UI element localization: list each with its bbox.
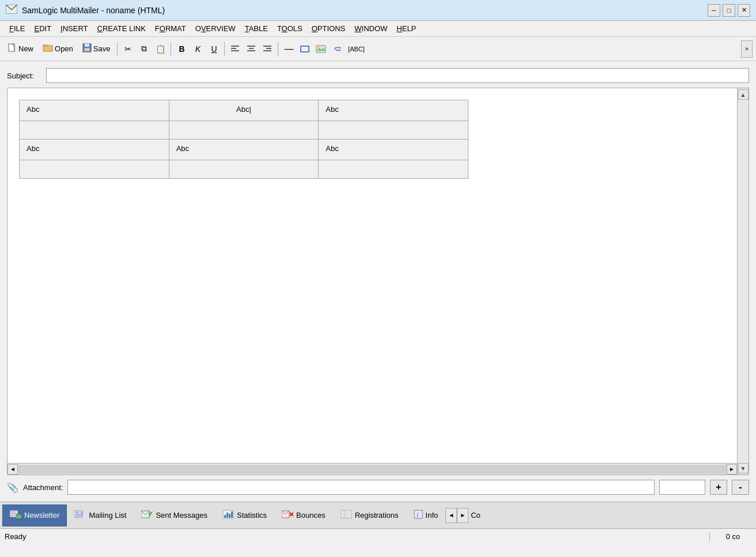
scroll-down-button[interactable]: ▼	[738, 463, 749, 473]
close-button[interactable]: ✕	[738, 4, 750, 17]
vertical-scrollbar[interactable]: ▲ ▼	[737, 88, 749, 475]
attachment-icon: 📎	[7, 482, 18, 493]
newsletter-icon	[10, 510, 21, 521]
menu-edit[interactable]: EDIT	[29, 22, 56, 35]
svg-rect-34	[229, 514, 230, 518]
subject-row: Subject:	[7, 68, 749, 83]
table-row: Abc Abc| Abc	[20, 100, 468, 121]
menu-help[interactable]: HELP	[392, 22, 421, 35]
tab-registrations-label: Registrations	[355, 511, 399, 520]
tab-statistics[interactable]: Statistics	[215, 505, 274, 526]
menu-format[interactable]: FORMAT	[150, 22, 191, 35]
menu-window[interactable]: WINDOW	[350, 22, 392, 35]
table-cell[interactable]: Abc	[20, 100, 169, 121]
svg-rect-23	[11, 515, 14, 516]
tab-mailing-list[interactable]: Mailing List	[67, 505, 134, 526]
tab-nav-forward[interactable]: ►	[457, 508, 468, 523]
bold-button[interactable]: B	[174, 42, 189, 57]
open-button[interactable]: Open	[39, 40, 77, 58]
table-cell[interactable]	[20, 160, 169, 179]
tab-bounces[interactable]: Bounces	[274, 505, 333, 526]
tab-nav-back[interactable]: ◄	[445, 508, 457, 523]
hrule-button[interactable]: —	[281, 42, 296, 57]
horizontal-scrollbar[interactable]: ◄ ►	[7, 463, 737, 475]
link-button[interactable]	[330, 42, 345, 57]
underline-button[interactable]: U	[206, 42, 221, 57]
table-cell[interactable]: Abc	[169, 140, 319, 160]
bounces-icon	[282, 510, 293, 521]
main-content: Subject: Abc Abc| Abc Abc Abc Ab	[0, 61, 756, 502]
align-left-button[interactable]	[228, 42, 243, 57]
attachment-remove-button[interactable]: -	[732, 480, 749, 495]
svg-rect-28	[75, 515, 78, 517]
editor-body[interactable]: Abc Abc| Abc Abc Abc Abc	[7, 88, 737, 463]
toolbar: New Open Save ✂ ⧉ 📋 B K U — [ABC]	[0, 37, 756, 61]
separator-4	[278, 42, 278, 56]
tab-mailing-list-label: Mailing List	[89, 511, 126, 520]
image-button[interactable]	[313, 42, 328, 57]
table-row	[20, 121, 468, 140]
menu-insert[interactable]: INSERT	[56, 22, 92, 35]
menu-table[interactable]: TABLE	[240, 22, 273, 35]
paste-button[interactable]: 📋	[153, 42, 168, 57]
save-icon	[82, 43, 92, 54]
svg-rect-22	[11, 513, 17, 514]
toolbar-expand-button[interactable]: »	[741, 40, 753, 58]
table-cell[interactable]: Abc	[319, 140, 468, 160]
open-icon	[43, 44, 53, 54]
italic-button[interactable]: K	[190, 42, 205, 57]
svg-text:i: i	[417, 511, 418, 519]
statistics-icon	[222, 510, 234, 521]
menu-options[interactable]: OPTIONS	[307, 22, 350, 35]
align-center-button[interactable]	[244, 42, 259, 57]
menu-bar: FILE EDIT INSERT CREATE LINK FORMAT OVER…	[0, 21, 756, 37]
svg-rect-32	[224, 515, 226, 518]
separator-3	[224, 42, 225, 56]
tab-info[interactable]: i Info	[406, 505, 446, 526]
align-right-button[interactable]	[260, 42, 275, 57]
new-label: New	[18, 44, 33, 53]
save-button[interactable]: Save	[78, 40, 115, 58]
separator-1	[117, 42, 118, 56]
maximize-button[interactable]: □	[723, 4, 735, 17]
tab-sent-messages[interactable]: Sent Messages	[134, 505, 215, 526]
cut-button[interactable]: ✂	[120, 42, 135, 57]
table-cell[interactable]	[319, 121, 468, 140]
tab-newsletter[interactable]: Newsletter	[2, 505, 67, 526]
scroll-track-horizontal[interactable]	[18, 465, 727, 474]
subject-label: Subject:	[7, 71, 41, 80]
svg-rect-4	[43, 45, 47, 46]
menu-create-link[interactable]: CREATE LINK	[93, 22, 150, 35]
scroll-right-button[interactable]: ►	[727, 464, 737, 475]
table-cell[interactable]: Abc|	[169, 100, 319, 121]
svg-rect-3	[43, 46, 52, 51]
tab-newsletter-label: Newsletter	[24, 511, 59, 520]
menu-file[interactable]: FILE	[5, 22, 29, 35]
new-button[interactable]: New	[3, 40, 37, 58]
table-cell[interactable]: Abc	[319, 100, 468, 121]
table-cell[interactable]	[169, 160, 319, 179]
subject-input[interactable]	[46, 68, 749, 83]
menu-tools[interactable]: TOOLS	[273, 22, 307, 35]
table-cell[interactable]: Abc	[20, 140, 169, 160]
svg-rect-6	[85, 44, 89, 47]
table-cell[interactable]	[20, 121, 169, 140]
table-cell[interactable]	[169, 121, 319, 140]
svg-rect-7	[84, 48, 90, 51]
tab-co-label: Co	[471, 511, 481, 520]
tab-statistics-label: Statistics	[237, 511, 267, 520]
spell-button[interactable]: [ABC]	[346, 42, 366, 57]
menu-overview[interactable]: OVERVIEW	[191, 22, 240, 35]
table-cell[interactable]	[319, 160, 468, 179]
scroll-up-button[interactable]: ▲	[738, 89, 749, 100]
copy-button[interactable]: ⧉	[137, 42, 152, 57]
app-icon	[6, 5, 17, 16]
scroll-left-button[interactable]: ◄	[7, 464, 18, 475]
save-label: Save	[93, 44, 111, 53]
rectangle-button[interactable]	[297, 42, 312, 57]
attachment-add-button[interactable]: +	[710, 480, 727, 495]
svg-rect-26	[75, 512, 79, 513]
minimize-button[interactable]: ─	[708, 4, 720, 17]
attachment-input[interactable]	[67, 480, 655, 495]
tab-registrations[interactable]: Registrations	[333, 505, 406, 526]
